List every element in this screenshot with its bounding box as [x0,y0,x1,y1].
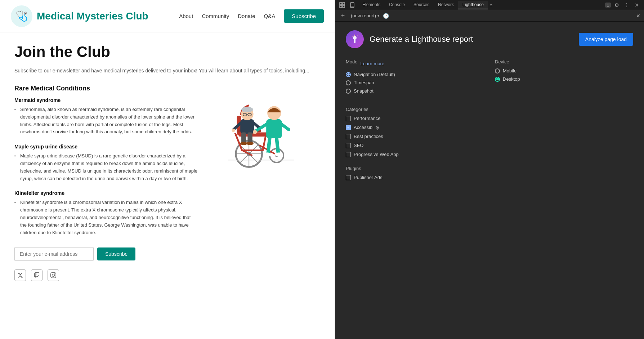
settings-icon[interactable]: ⚙ [612,1,621,9]
mode-timespan-row[interactable]: Timespan [346,80,484,85]
close-panel-icon[interactable]: ✕ [636,13,640,19]
category-best-practices-row[interactable]: Best practices [346,134,633,139]
nav-link-about[interactable]: About [179,13,193,19]
category-seo-checkbox[interactable] [346,143,351,148]
device-mobile-radio[interactable] [495,68,500,73]
condition-title-msud: Maple syrup urine disease [14,144,198,150]
tab-console[interactable]: Console [385,1,409,9]
category-accessibility-row[interactable]: ✓ Accessibility [346,125,633,130]
mode-snapshot-row[interactable]: Snapshot [346,88,484,94]
condition-msud: Maple syrup urine disease Maple syrup ur… [14,144,198,182]
lighthouse-panel: Generate a Lighthouse report Analyze pag… [335,22,644,339]
instagram-icon[interactable] [48,269,59,281]
subscribe-button[interactable]: Subscribe [97,247,135,260]
join-description: Subscribe to our e-newsletter and have m… [14,67,310,75]
categories-section: Categories Performance ✓ Accessibility B… [346,107,633,157]
svg-rect-11 [240,119,254,134]
device-section: Device Mobile Desktop [495,59,633,97]
nav-logo[interactable]: 🩺 Medical Mysteries Club [11,5,148,27]
category-performance-row[interactable]: Performance [346,116,633,121]
add-report-icon[interactable]: + [339,12,347,20]
svg-point-17 [232,129,235,132]
secondbar-right: ✕ [636,13,640,19]
tab-sources[interactable]: Sources [409,1,434,9]
learn-more-link[interactable]: Learn more [361,61,384,66]
close-devtools-icon[interactable]: ✕ [632,1,641,9]
tab-badge: 1 [605,3,611,8]
mode-timespan-label: Timespan [354,80,374,85]
mode-timespan-radio[interactable] [346,80,351,85]
tab-network[interactable]: Network [434,1,458,9]
nav-link-qa[interactable]: Q&A [264,13,276,19]
lighthouse-title: Generate a Lighthouse report [370,35,579,44]
main-page: 🩺 Medical Mysteries Club About Community… [0,0,335,339]
dropdown-arrow-icon: ▾ [377,14,379,18]
devtools-inspect-icon[interactable] [338,1,346,9]
condition-text-msud: Maple syrup urine disease (MSUD) is a ra… [14,152,198,182]
tab-elements[interactable]: Elements [358,1,385,9]
nav-links: About Community Donate Q&A Subscribe [179,9,324,23]
category-best-practices-checkbox[interactable] [346,134,351,139]
svg-point-25 [263,152,272,157]
email-input[interactable] [14,247,94,261]
mode-navigation-radio[interactable] [346,72,351,77]
condition-text-mermaid: Sirenomelia, also known as mermaid syndr… [14,106,198,136]
social-icons [14,269,198,281]
svg-point-34 [353,36,357,40]
mode-navigation-label: Navigation (Default) [354,72,395,77]
category-seo-label: SEO [354,143,363,148]
svg-point-20 [240,142,247,145]
condition-klinefelter: Klinefelter syndrome Klinefelter syndrom… [14,190,198,236]
category-seo-row[interactable]: SEO [346,143,633,148]
analyze-page-load-button[interactable]: Analyze page load [579,33,633,46]
device-desktop-label: Desktop [503,76,520,82]
svg-rect-35 [354,39,355,43]
twitch-icon[interactable] [31,269,43,281]
condition-title-klinefelter: Klinefelter syndrome [14,190,198,196]
category-pwa-label: Progressive Web App [354,152,399,157]
history-icon[interactable]: 🕐 [383,13,389,19]
illustration-column [209,85,310,281]
devtools-tabs: Elements Console Sources Network Lightho… [358,1,604,9]
svg-rect-30 [340,5,342,8]
category-accessibility-checkbox[interactable]: ✓ [346,125,351,130]
nav-link-donate[interactable]: Donate [238,13,255,19]
mode-snapshot-radio[interactable] [346,89,351,94]
svg-point-13 [241,107,253,112]
devtools-topbar-right: 1 ⚙ ⋮ ✕ [605,1,641,9]
device-desktop-row[interactable]: Desktop [495,76,633,82]
plugin-publisher-ads-checkbox[interactable] [346,175,351,180]
plugin-publisher-ads-row[interactable]: Publisher Ads [346,175,633,180]
svg-rect-32 [350,3,354,8]
category-accessibility-label: Accessibility [354,125,379,130]
device-mobile-row[interactable]: Mobile [495,68,633,73]
category-performance-checkbox[interactable] [346,116,351,121]
condition-text-klinefelter: Klinefelter syndrome is a chromosomal va… [14,199,198,236]
mode-navigation-row[interactable]: Navigation (Default) [346,72,484,77]
more-options-icon[interactable]: ⋮ [622,1,631,9]
category-pwa-row[interactable]: Progressive Web App [346,152,633,157]
category-best-practices-label: Best practices [354,134,383,139]
nav-subscribe-button[interactable]: Subscribe [284,9,324,23]
mode-snapshot-label: Snapshot [354,88,374,94]
wheelchair-illustration [213,85,306,171]
category-performance-label: Performance [354,116,380,121]
mode-device-section: Mode Learn more Navigation (Default) Tim… [346,59,633,97]
devtools-panel: Elements Console Sources Network Lightho… [335,0,644,339]
mode-section: Mode Learn more Navigation (Default) Tim… [346,59,484,97]
logo-icon: 🩺 [11,5,32,27]
new-report-dropdown[interactable]: (new report) ▾ [351,13,379,18]
nav-link-community[interactable]: Community [202,13,229,19]
devtools-device-icon[interactable] [348,1,357,9]
svg-rect-31 [343,5,345,8]
lighthouse-logo-icon [346,30,364,48]
twitter-icon[interactable] [14,269,26,281]
svg-point-21 [246,142,253,145]
device-desktop-radio[interactable] [495,77,500,82]
tab-lighthouse[interactable]: Lighthouse [458,1,488,9]
page-content: Join the Club Subscribe to our e-newslet… [0,32,324,295]
more-tabs-icon[interactable]: » [488,1,495,9]
svg-line-37 [357,36,358,36]
category-pwa-checkbox[interactable] [346,152,351,157]
svg-rect-29 [343,3,345,5]
